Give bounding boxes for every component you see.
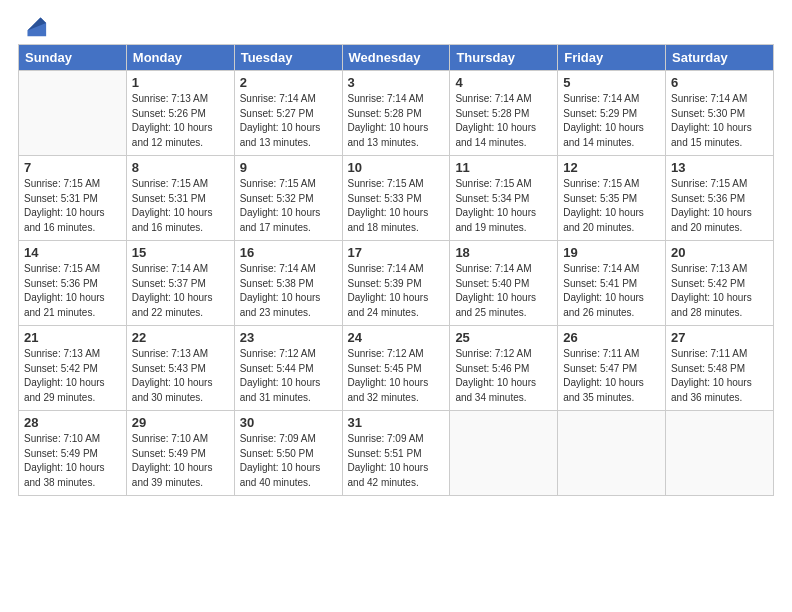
day-number: 2 (240, 75, 337, 90)
day-number: 13 (671, 160, 768, 175)
day-number: 28 (24, 415, 121, 430)
day-number: 27 (671, 330, 768, 345)
week-row-3: 21Sunrise: 7:13 AM Sunset: 5:42 PM Dayli… (19, 326, 774, 411)
day-number: 18 (455, 245, 552, 260)
calendar-cell: 14Sunrise: 7:15 AM Sunset: 5:36 PM Dayli… (19, 241, 127, 326)
day-info: Sunrise: 7:15 AM Sunset: 5:36 PM Dayligh… (24, 262, 121, 320)
day-info: Sunrise: 7:09 AM Sunset: 5:51 PM Dayligh… (348, 432, 445, 490)
weekday-header-tuesday: Tuesday (234, 45, 342, 71)
calendar-cell: 6Sunrise: 7:14 AM Sunset: 5:30 PM Daylig… (666, 71, 774, 156)
day-info: Sunrise: 7:13 AM Sunset: 5:26 PM Dayligh… (132, 92, 229, 150)
page: SundayMondayTuesdayWednesdayThursdayFrid… (0, 0, 792, 612)
weekday-header-wednesday: Wednesday (342, 45, 450, 71)
day-info: Sunrise: 7:13 AM Sunset: 5:43 PM Dayligh… (132, 347, 229, 405)
calendar: SundayMondayTuesdayWednesdayThursdayFrid… (18, 44, 774, 496)
day-number: 1 (132, 75, 229, 90)
logo-icon (20, 10, 48, 38)
day-info: Sunrise: 7:13 AM Sunset: 5:42 PM Dayligh… (24, 347, 121, 405)
weekday-header-sunday: Sunday (19, 45, 127, 71)
weekday-header-row: SundayMondayTuesdayWednesdayThursdayFrid… (19, 45, 774, 71)
day-number: 15 (132, 245, 229, 260)
day-info: Sunrise: 7:14 AM Sunset: 5:28 PM Dayligh… (455, 92, 552, 150)
day-number: 31 (348, 415, 445, 430)
calendar-cell: 10Sunrise: 7:15 AM Sunset: 5:33 PM Dayli… (342, 156, 450, 241)
calendar-cell: 22Sunrise: 7:13 AM Sunset: 5:43 PM Dayli… (126, 326, 234, 411)
week-row-0: 1Sunrise: 7:13 AM Sunset: 5:26 PM Daylig… (19, 71, 774, 156)
calendar-cell: 20Sunrise: 7:13 AM Sunset: 5:42 PM Dayli… (666, 241, 774, 326)
calendar-cell: 19Sunrise: 7:14 AM Sunset: 5:41 PM Dayli… (558, 241, 666, 326)
day-info: Sunrise: 7:14 AM Sunset: 5:40 PM Dayligh… (455, 262, 552, 320)
day-info: Sunrise: 7:15 AM Sunset: 5:33 PM Dayligh… (348, 177, 445, 235)
calendar-cell (558, 411, 666, 496)
calendar-cell: 12Sunrise: 7:15 AM Sunset: 5:35 PM Dayli… (558, 156, 666, 241)
calendar-cell: 2Sunrise: 7:14 AM Sunset: 5:27 PM Daylig… (234, 71, 342, 156)
weekday-header-monday: Monday (126, 45, 234, 71)
day-number: 25 (455, 330, 552, 345)
day-number: 23 (240, 330, 337, 345)
day-number: 17 (348, 245, 445, 260)
day-number: 9 (240, 160, 337, 175)
calendar-cell: 9Sunrise: 7:15 AM Sunset: 5:32 PM Daylig… (234, 156, 342, 241)
day-info: Sunrise: 7:10 AM Sunset: 5:49 PM Dayligh… (132, 432, 229, 490)
day-info: Sunrise: 7:11 AM Sunset: 5:48 PM Dayligh… (671, 347, 768, 405)
day-number: 20 (671, 245, 768, 260)
day-info: Sunrise: 7:14 AM Sunset: 5:28 PM Dayligh… (348, 92, 445, 150)
day-number: 21 (24, 330, 121, 345)
weekday-header-friday: Friday (558, 45, 666, 71)
day-number: 16 (240, 245, 337, 260)
day-number: 3 (348, 75, 445, 90)
calendar-cell: 29Sunrise: 7:10 AM Sunset: 5:49 PM Dayli… (126, 411, 234, 496)
calendar-cell (19, 71, 127, 156)
day-info: Sunrise: 7:10 AM Sunset: 5:49 PM Dayligh… (24, 432, 121, 490)
calendar-cell: 21Sunrise: 7:13 AM Sunset: 5:42 PM Dayli… (19, 326, 127, 411)
calendar-cell: 31Sunrise: 7:09 AM Sunset: 5:51 PM Dayli… (342, 411, 450, 496)
header (18, 10, 774, 38)
day-number: 29 (132, 415, 229, 430)
calendar-cell: 3Sunrise: 7:14 AM Sunset: 5:28 PM Daylig… (342, 71, 450, 156)
day-info: Sunrise: 7:14 AM Sunset: 5:41 PM Dayligh… (563, 262, 660, 320)
day-number: 7 (24, 160, 121, 175)
calendar-cell: 17Sunrise: 7:14 AM Sunset: 5:39 PM Dayli… (342, 241, 450, 326)
day-number: 26 (563, 330, 660, 345)
calendar-cell: 8Sunrise: 7:15 AM Sunset: 5:31 PM Daylig… (126, 156, 234, 241)
calendar-cell: 4Sunrise: 7:14 AM Sunset: 5:28 PM Daylig… (450, 71, 558, 156)
day-number: 24 (348, 330, 445, 345)
calendar-cell: 5Sunrise: 7:14 AM Sunset: 5:29 PM Daylig… (558, 71, 666, 156)
day-number: 5 (563, 75, 660, 90)
day-number: 14 (24, 245, 121, 260)
logo (18, 10, 48, 38)
day-number: 10 (348, 160, 445, 175)
calendar-cell: 25Sunrise: 7:12 AM Sunset: 5:46 PM Dayli… (450, 326, 558, 411)
day-info: Sunrise: 7:11 AM Sunset: 5:47 PM Dayligh… (563, 347, 660, 405)
week-row-2: 14Sunrise: 7:15 AM Sunset: 5:36 PM Dayli… (19, 241, 774, 326)
calendar-cell: 28Sunrise: 7:10 AM Sunset: 5:49 PM Dayli… (19, 411, 127, 496)
day-number: 6 (671, 75, 768, 90)
day-info: Sunrise: 7:14 AM Sunset: 5:29 PM Dayligh… (563, 92, 660, 150)
day-number: 22 (132, 330, 229, 345)
day-info: Sunrise: 7:15 AM Sunset: 5:35 PM Dayligh… (563, 177, 660, 235)
day-info: Sunrise: 7:15 AM Sunset: 5:31 PM Dayligh… (132, 177, 229, 235)
weekday-header-saturday: Saturday (666, 45, 774, 71)
day-info: Sunrise: 7:12 AM Sunset: 5:45 PM Dayligh… (348, 347, 445, 405)
calendar-cell: 11Sunrise: 7:15 AM Sunset: 5:34 PM Dayli… (450, 156, 558, 241)
calendar-cell: 26Sunrise: 7:11 AM Sunset: 5:47 PM Dayli… (558, 326, 666, 411)
calendar-cell: 15Sunrise: 7:14 AM Sunset: 5:37 PM Dayli… (126, 241, 234, 326)
day-info: Sunrise: 7:12 AM Sunset: 5:44 PM Dayligh… (240, 347, 337, 405)
day-info: Sunrise: 7:15 AM Sunset: 5:32 PM Dayligh… (240, 177, 337, 235)
calendar-cell (450, 411, 558, 496)
day-info: Sunrise: 7:12 AM Sunset: 5:46 PM Dayligh… (455, 347, 552, 405)
day-info: Sunrise: 7:13 AM Sunset: 5:42 PM Dayligh… (671, 262, 768, 320)
day-number: 12 (563, 160, 660, 175)
calendar-cell: 18Sunrise: 7:14 AM Sunset: 5:40 PM Dayli… (450, 241, 558, 326)
day-number: 11 (455, 160, 552, 175)
calendar-cell (666, 411, 774, 496)
calendar-cell: 7Sunrise: 7:15 AM Sunset: 5:31 PM Daylig… (19, 156, 127, 241)
day-info: Sunrise: 7:14 AM Sunset: 5:37 PM Dayligh… (132, 262, 229, 320)
day-info: Sunrise: 7:15 AM Sunset: 5:36 PM Dayligh… (671, 177, 768, 235)
week-row-4: 28Sunrise: 7:10 AM Sunset: 5:49 PM Dayli… (19, 411, 774, 496)
day-info: Sunrise: 7:14 AM Sunset: 5:27 PM Dayligh… (240, 92, 337, 150)
day-number: 19 (563, 245, 660, 260)
weekday-header-thursday: Thursday (450, 45, 558, 71)
calendar-cell: 30Sunrise: 7:09 AM Sunset: 5:50 PM Dayli… (234, 411, 342, 496)
day-info: Sunrise: 7:15 AM Sunset: 5:34 PM Dayligh… (455, 177, 552, 235)
